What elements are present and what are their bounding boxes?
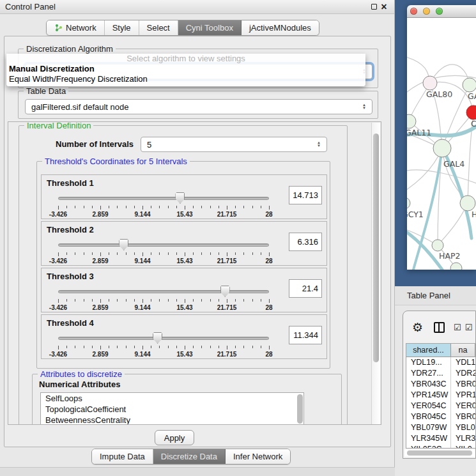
table-hscrollbar-track[interactable] [404, 449, 475, 457]
table-row[interactable]: YBR043CYBR0 [406, 379, 475, 390]
slider-ruler: -3.4262.8599.14415.4321.71528 [58, 252, 269, 264]
network-node-hap2[interactable] [432, 240, 443, 251]
column-header-shared[interactable]: shared... [406, 344, 451, 357]
select-none-checkbox-icon[interactable]: ☑ [465, 323, 473, 332]
slider-track[interactable] [58, 197, 269, 200]
threshold-label: Threshold 4 [47, 318, 94, 328]
threshold-value-field[interactable] [289, 233, 322, 251]
network-node[interactable] [450, 263, 462, 270]
tab-cyni-toolbox[interactable]: Cyni Toolbox [178, 20, 242, 35]
attribute-item-betweennesscentrality[interactable]: BetweennessCentrality [41, 415, 303, 425]
table-data-combobox[interactable]: galFiltered.sif default node ▲▼ [25, 99, 372, 114]
threshold-slider[interactable]: -3.4262.8599.14415.4321.71528 [58, 240, 269, 265]
table-row[interactable]: YDR27...YDR2 [406, 368, 475, 379]
table-row[interactable]: YPR145WYPR1 [406, 390, 475, 401]
node-label: GAL11 [407, 128, 431, 137]
network-node-h[interactable] [460, 196, 475, 211]
apply-button[interactable]: Apply [155, 430, 194, 445]
table-row[interactable]: YBR045CYBR0 [406, 411, 475, 422]
attribute-item-selfloops[interactable]: SelfLoops [41, 393, 303, 404]
attributes-list-scrollbar[interactable] [297, 394, 303, 424]
numerical-attributes-list[interactable]: SelfLoopsTopologicalCoefficientBetweenne… [40, 392, 304, 425]
popup-item-equal-width-frequency-discretization[interactable]: Equal Width/Frequency Discretization [6, 74, 365, 84]
network-node-gal80[interactable] [423, 76, 437, 90]
threshold-panel-1: Threshold 1-3.4262.8599.14415.4321.71528 [41, 174, 327, 219]
tab-style[interactable]: Style [105, 20, 139, 35]
close-icon[interactable]: × [379, 1, 389, 13]
number-of-intervals-combobox[interactable]: 5 ▲▼ [141, 137, 327, 152]
tab-label: Discretize Data [161, 452, 217, 461]
node-label: GAL80 [426, 89, 452, 99]
table-cell: YDR27... [406, 368, 451, 379]
table-row[interactable]: YER054CYER0 [406, 401, 475, 411]
slider-track[interactable] [58, 290, 269, 293]
slider-track[interactable] [58, 243, 269, 247]
table-row[interactable]: YIL052CYIL0 [406, 444, 475, 449]
viewport-scrollbar-track[interactable] [371, 123, 380, 425]
slider-ruler: -3.4262.8599.14415.4321.71528 [58, 346, 269, 357]
network-canvas[interactable]: GAL80GACGAL11GAL4GCY1HHAP2 [407, 18, 476, 270]
slider-thumb[interactable] [175, 192, 185, 204]
gear-icon[interactable]: ⚙ [412, 320, 423, 335]
popup-item-manual-discretization[interactable]: Manual Discretization [6, 64, 365, 74]
close-traffic-light[interactable] [410, 8, 417, 15]
tab-jactivemnodules[interactable]: jActiveMNodules [242, 20, 319, 35]
threshold-slider[interactable]: -3.4262.8599.14415.4321.71528 [58, 193, 269, 219]
slider-thumb[interactable] [119, 239, 128, 250]
threshold-slider[interactable]: -3.4262.8599.14415.4321.71528 [58, 333, 269, 358]
threshold-slider[interactable]: -3.4262.8599.14415.4321.71528 [58, 286, 269, 312]
node-table: shared...na YDL19...YDL1YDR27...YDR2YBR0… [406, 343, 476, 449]
network-node-ga[interactable] [463, 78, 476, 92]
scale-label: 15.43 [176, 257, 192, 265]
slider-thumb[interactable] [220, 286, 230, 297]
number-of-intervals-value: 5 [147, 140, 151, 150]
scale-label: 9.144 [134, 304, 150, 311]
network-node-gcy1[interactable] [407, 197, 410, 209]
network-node-gal4[interactable] [433, 139, 451, 157]
combo-stepper-icon: ▲▼ [362, 104, 366, 110]
popup-placeholder-item[interactable]: Select algorithm to view settings [6, 54, 365, 64]
threshold-value-field[interactable] [289, 279, 322, 298]
slider-ruler: -3.4262.8599.14415.4321.71528 [58, 299, 269, 311]
attribute-item-topologicalcoefficient[interactable]: TopologicalCoefficient [41, 404, 303, 415]
network-view-window: GAL80GACGAL11GAL4GCY1HHAP2 [407, 5, 476, 270]
viewport-scrollbar-thumb[interactable] [373, 134, 379, 362]
columns-icon[interactable] [434, 322, 445, 333]
group-title-algorithm: Discretization Algorithm [24, 44, 116, 54]
slider-track[interactable] [58, 337, 269, 340]
float-window-icon[interactable] [369, 2, 379, 12]
threshold-value-field[interactable] [289, 326, 322, 344]
group-title-thresholds: Threshold's Coordinates for 5 Intervals [42, 157, 190, 166]
threshold-value-field[interactable] [289, 186, 322, 204]
tab-label: Select [147, 23, 170, 33]
minimize-traffic-light[interactable] [423, 8, 430, 15]
table-browser-panel: ⚙ ☑ ☑ shared...na YDL19...YDL1YDR27...YD… [403, 311, 476, 459]
zoom-traffic-light[interactable] [436, 8, 443, 15]
tab-label: Infer Network [233, 452, 282, 461]
node-label: GA [468, 91, 476, 101]
table-row[interactable]: YLR345WYLR3 [406, 433, 475, 444]
table-cell: YDL19... [406, 357, 451, 368]
bottom-tab-impute-data[interactable]: Impute Data [92, 449, 153, 464]
table-panel-title: Table Panel [407, 291, 450, 300]
table-row[interactable]: YDL19...YDL1 [406, 357, 475, 368]
select-all-checkbox-icon[interactable]: ☑ [454, 323, 461, 332]
number-of-intervals-label: Number of Intervals [56, 139, 134, 149]
bottom-tab-infer-network[interactable]: Infer Network [226, 449, 290, 464]
table-cell: YBR043C [406, 379, 451, 390]
slider-thumb[interactable] [153, 332, 162, 344]
network-window-titlebar[interactable] [407, 5, 476, 18]
table-hscrollbar-thumb[interactable] [407, 450, 472, 456]
group-title-attributes: Attributes to discretize [38, 369, 125, 379]
table-cell: YER054C [406, 401, 451, 411]
column-header-na[interactable]: na [451, 344, 475, 357]
network-node-c[interactable] [466, 105, 476, 119]
bottom-tab-discretize-data[interactable]: Discretize Data [153, 449, 226, 464]
table-row[interactable]: YBL079WYBL0 [406, 422, 475, 433]
scale-label: 28 [265, 257, 272, 265]
interval-definition-group: Interval Definition Number of Intervals … [19, 125, 348, 425]
tab-network[interactable]: Network [47, 20, 105, 35]
tab-label: Impute Data [100, 452, 145, 461]
scale-label: 2.859 [92, 211, 108, 218]
tab-select[interactable]: Select [139, 20, 178, 35]
